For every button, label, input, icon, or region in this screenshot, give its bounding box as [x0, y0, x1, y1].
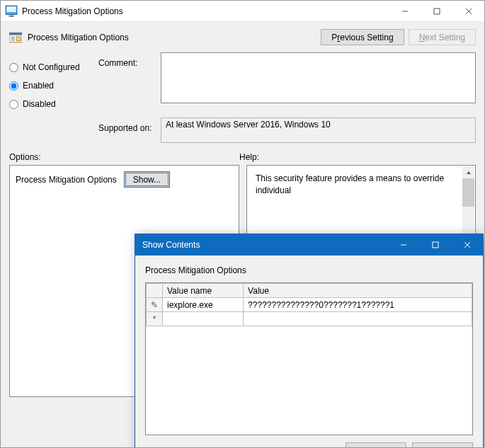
- comment-input[interactable]: [161, 52, 476, 103]
- policy-name: Process Mitigation Options: [28, 33, 316, 42]
- policy-icon: [9, 31, 22, 44]
- show-contents-dialog: Show Contents Process Mitigation Options…: [135, 234, 484, 448]
- grid-col-value[interactable]: Value: [244, 284, 472, 298]
- svg-rect-11: [11, 40, 15, 40]
- cell-value[interactable]: ???????????????0???????1??????1: [244, 298, 472, 312]
- app-icon: [5, 5, 18, 18]
- supported-on-label: Supported on:: [98, 117, 156, 145]
- radio-enabled-input[interactable]: [9, 81, 18, 91]
- dialog-subtitle: Process Mitigation Options: [145, 265, 473, 275]
- svg-rect-16: [433, 242, 438, 248]
- grid-col-name[interactable]: Value name: [163, 284, 244, 298]
- cell-value-name[interactable]: [163, 312, 244, 326]
- scroll-up-icon[interactable]: [462, 166, 474, 178]
- radio-enabled-label: Enabled: [23, 81, 54, 91]
- cell-value-name[interactable]: iexplore.exe: [163, 298, 244, 312]
- scroll-thumb[interactable]: [462, 178, 474, 207]
- svg-rect-10: [11, 38, 15, 39]
- state-radios: Not Configured Enabled Disabled: [9, 52, 94, 117]
- dialog-grid[interactable]: Value name Value ✎ iexplore.exe ????????…: [145, 282, 473, 435]
- radio-not-configured-label: Not Configured: [23, 62, 80, 72]
- dialog-maximize-button[interactable]: [419, 234, 451, 255]
- svg-rect-2: [9, 15, 14, 16]
- close-button[interactable]: [452, 1, 484, 22]
- svg-rect-4: [434, 8, 440, 14]
- radio-disabled[interactable]: Disabled: [9, 99, 94, 109]
- svg-rect-1: [6, 6, 16, 12]
- row-marker-icon: *: [147, 312, 163, 326]
- minimize-button[interactable]: [389, 1, 421, 22]
- comment-label: Comment:: [98, 52, 156, 117]
- supported-on-value: [161, 117, 476, 143]
- main-titlebar: Process Mitigation Options: [1, 1, 484, 22]
- grid-corner: [147, 284, 163, 298]
- radio-disabled-input[interactable]: [9, 100, 18, 109]
- dialog-minimize-button[interactable]: [387, 234, 419, 255]
- radio-enabled[interactable]: Enabled: [9, 81, 94, 91]
- next-setting-button[interactable]: Next Setting: [409, 29, 476, 45]
- radio-disabled-label: Disabled: [23, 99, 56, 109]
- options-row-label: Process Mitigation Options: [16, 175, 117, 185]
- svg-rect-8: [9, 33, 22, 35]
- table-row[interactable]: *: [147, 312, 472, 326]
- dialog-titlebar: Show Contents: [135, 234, 483, 255]
- options-label: Options:: [9, 152, 239, 162]
- dialog-close-button[interactable]: [451, 234, 483, 255]
- maximize-button[interactable]: [421, 1, 452, 22]
- table-row[interactable]: ✎ iexplore.exe ???????????????0???????1?…: [147, 298, 472, 312]
- help-text: This security feature provides a means t…: [247, 166, 475, 204]
- show-button[interactable]: Show...: [124, 171, 170, 188]
- radio-not-configured[interactable]: Not Configured: [9, 62, 94, 72]
- dialog-title: Show Contents: [142, 240, 387, 250]
- radio-not-configured-input[interactable]: [9, 63, 18, 72]
- dialog-ok-button[interactable]: OK: [346, 442, 406, 448]
- window-title: Process Mitigation Options: [22, 6, 389, 16]
- previous-setting-button[interactable]: Previous Setting: [321, 29, 404, 45]
- svg-rect-12: [16, 36, 21, 40]
- help-label: Help:: [239, 152, 259, 162]
- row-marker-icon: ✎: [147, 298, 163, 312]
- svg-rect-9: [11, 36, 15, 37]
- dialog-cancel-button[interactable]: Cancel: [412, 442, 473, 448]
- svg-marker-13: [467, 171, 471, 174]
- policy-header: Process Mitigation Options Previous Sett…: [1, 22, 484, 50]
- cell-value[interactable]: [244, 312, 472, 326]
